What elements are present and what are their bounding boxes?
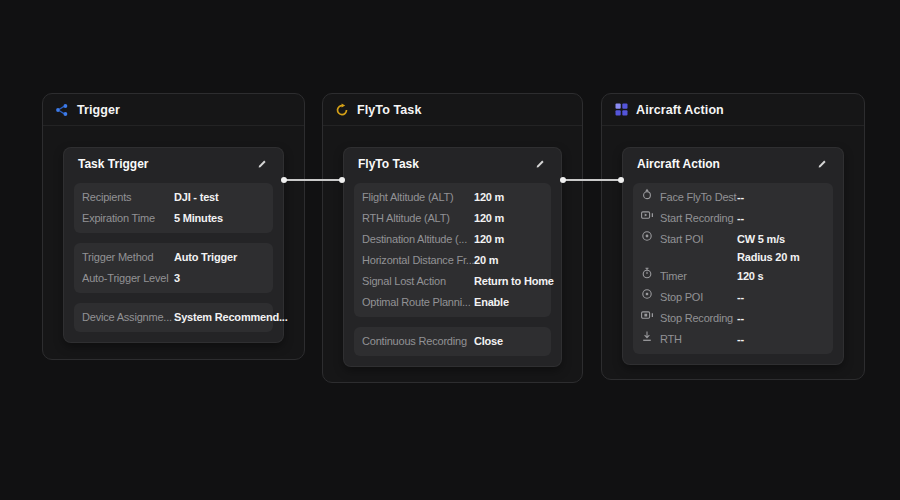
node-aircraft-title: Aircraft Action — [636, 103, 724, 117]
row-value: 5 Minutes — [174, 208, 223, 229]
poi-value-line2: Radius 20 m — [737, 248, 800, 266]
row-label: Auto-Trigger Level — [82, 268, 174, 289]
connector-flyto-to-aircraft — [563, 179, 621, 181]
row-value: 120 m — [474, 187, 504, 208]
row-stop-poi: Stop POI -- — [641, 287, 825, 308]
row-value: 20 m — [474, 250, 498, 271]
node-flyto-task[interactable]: FlyTo Task FlyTo Task Flight Altitude (A… — [322, 93, 583, 383]
node-trigger-header[interactable]: Trigger — [43, 94, 304, 126]
flyto-card[interactable]: FlyTo Task Flight Altitude (ALT) 120 m R… — [343, 147, 562, 367]
edit-pencil-icon[interactable] — [255, 157, 269, 171]
row-value: Return to Home — [474, 271, 554, 292]
row-value: Auto Trigger — [174, 247, 237, 268]
grid-apps-icon — [614, 103, 628, 117]
row-stop-recording: Stop Recording -- — [641, 308, 825, 329]
row-label: Trigger Method — [82, 247, 174, 268]
row-value: 3 — [174, 268, 180, 289]
row-optimal-route: Optimal Route Planni... Enable — [362, 292, 543, 313]
row-value: CW 5 m/s Radius 20 m — [737, 229, 800, 266]
row-label: Stop Recording — [660, 308, 737, 329]
row-label: Signal Lost Action — [362, 271, 474, 292]
row-value: -- — [737, 208, 744, 229]
trigger-group-recipients: Recipients DJI - test Expiration Time 5 … — [74, 183, 273, 233]
row-value: 120 s — [737, 266, 764, 287]
row-start-recording: Start Recording -- — [641, 208, 825, 229]
trigger-group-method: Trigger Method Auto Trigger Auto-Trigger… — [74, 243, 273, 293]
stop-recording-icon — [641, 308, 653, 322]
flyto-group-settings: Flight Altitude (ALT) 120 m RTH Altitude… — [354, 183, 551, 317]
row-label: Destination Altitude (... — [362, 229, 474, 250]
row-value: -- — [737, 308, 744, 329]
row-auto-trigger-level: Auto-Trigger Level 3 — [82, 268, 265, 289]
row-label: Flight Altitude (ALT) — [362, 187, 474, 208]
row-rth-altitude: RTH Altitude (ALT) 120 m — [362, 208, 543, 229]
edit-pencil-icon[interactable] — [815, 157, 829, 171]
row-timer: Timer 120 s — [641, 266, 825, 287]
row-recipients: Recipients DJI - test — [82, 187, 265, 208]
row-value: 120 m — [474, 208, 504, 229]
row-label: RTH Altitude (ALT) — [362, 208, 474, 229]
row-trigger-method: Trigger Method Auto Trigger — [82, 247, 265, 268]
row-value: -- — [737, 187, 744, 208]
row-label: Horizontal Distance Fr... — [362, 250, 474, 271]
flyto-group-recording: Continuous Recording Close — [354, 327, 551, 356]
node-trigger[interactable]: Trigger Task Trigger Recipients DJI - te… — [42, 93, 305, 360]
aircraft-card[interactable]: Aircraft Action — [622, 147, 844, 365]
row-rth: RTH -- — [641, 329, 825, 350]
flyto-orbit-arrow-icon — [335, 103, 349, 117]
share-nodes-icon — [55, 103, 69, 117]
row-device-assignment: Device Assignme... System Recommend... — [82, 307, 265, 328]
row-flight-altitude: Flight Altitude (ALT) 120 m — [362, 187, 543, 208]
workflow-canvas[interactable]: Trigger Task Trigger Recipients DJI - te… — [0, 0, 900, 500]
row-value: DJI - test — [174, 187, 218, 208]
row-signal-lost-action: Signal Lost Action Return to Home — [362, 271, 543, 292]
row-value: -- — [737, 287, 744, 308]
timer-icon — [641, 266, 653, 280]
node-flyto-title: FlyTo Task — [357, 103, 421, 117]
row-face-flyto-destination: Face FlyTo Desti -- — [641, 187, 825, 208]
aircraft-group-actions: Face FlyTo Desti -- Start Recording — [633, 183, 833, 354]
row-value: 120 m — [474, 229, 504, 250]
row-label: Start POI — [660, 229, 737, 250]
row-value: System Recommend... — [174, 307, 288, 328]
row-value: -- — [737, 329, 744, 350]
row-continuous-recording: Continuous Recording Close — [362, 331, 543, 352]
row-destination-altitude: Destination Altitude (... 120 m — [362, 229, 543, 250]
row-start-poi: Start POI CW 5 m/s Radius 20 m — [641, 229, 825, 266]
row-label: Face FlyTo Desti — [660, 187, 737, 208]
row-label: Continuous Recording — [362, 331, 474, 352]
start-poi-icon — [641, 229, 653, 243]
row-label: Expiration Time — [82, 208, 174, 229]
trigger-card-title: Task Trigger — [78, 157, 148, 171]
row-value: Enable — [474, 292, 509, 313]
start-recording-icon — [641, 208, 653, 222]
row-label: Timer — [660, 266, 737, 287]
row-label: Start Recording — [660, 208, 737, 229]
row-expiration-time: Expiration Time 5 Minutes — [82, 208, 265, 229]
node-aircraft-action[interactable]: Aircraft Action Aircraft Action — [601, 93, 865, 380]
node-trigger-title: Trigger — [77, 103, 120, 117]
node-aircraft-header[interactable]: Aircraft Action — [602, 94, 864, 126]
row-horizontal-distance: Horizontal Distance Fr... 20 m — [362, 250, 543, 271]
edit-pencil-icon[interactable] — [533, 157, 547, 171]
face-flyto-destination-icon — [641, 187, 653, 201]
row-label: Optimal Route Planni... — [362, 292, 474, 313]
row-label: Recipients — [82, 187, 174, 208]
node-flyto-header[interactable]: FlyTo Task — [323, 94, 582, 126]
trigger-card[interactable]: Task Trigger Recipients DJI - test Expir… — [63, 147, 284, 343]
flyto-card-title: FlyTo Task — [358, 157, 419, 171]
aircraft-card-title: Aircraft Action — [637, 157, 720, 171]
row-value: Close — [474, 331, 503, 352]
trigger-group-device: Device Assignme... System Recommend... — [74, 303, 273, 332]
poi-value-line1: CW 5 m/s — [737, 230, 800, 248]
stop-poi-icon — [641, 287, 653, 301]
row-label: Stop POI — [660, 287, 737, 308]
connector-trigger-to-flyto — [284, 179, 342, 181]
rth-icon — [641, 329, 653, 343]
row-label: Device Assignme... — [82, 307, 174, 328]
row-label: RTH — [660, 329, 737, 350]
